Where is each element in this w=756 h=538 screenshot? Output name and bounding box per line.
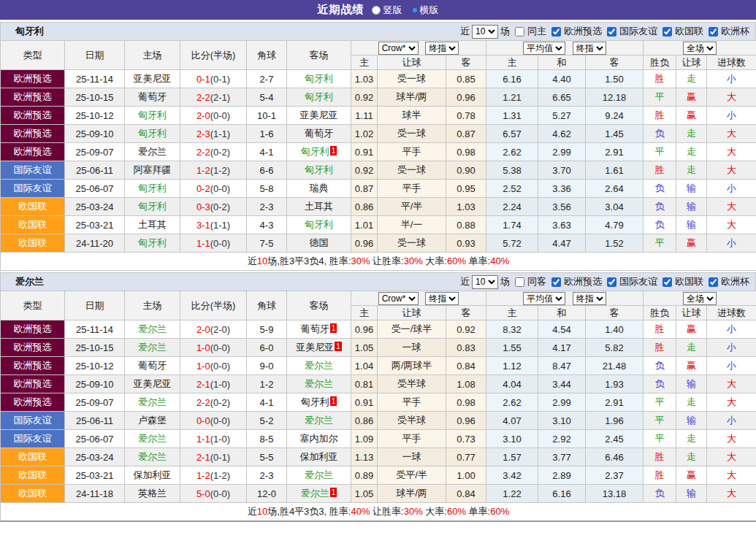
away-team-cell: 爱尔兰 [287,466,351,485]
away-team-cell: 葡萄牙1 [287,320,351,339]
result-handicap: 赢 [676,466,707,485]
away-team-cell: 亚美尼亚1 [287,339,351,357]
avg-odds-draw: 8.47 [538,357,586,375]
comp-filter-checkbox-friendly[interactable] [607,27,616,36]
handicap-odds-home: 0.92 [351,161,378,180]
full-score: 0-0 [196,415,210,426]
match-date: 25-03-24 [65,448,125,466]
result-goals: 大 [707,430,756,448]
comp-filter-checkbox-nationsleague[interactable] [663,27,672,36]
handicap-line: 受一球 [378,161,446,180]
full-score: 1-0 [196,361,210,372]
comp-filter-checkbox-friendly[interactable] [607,277,616,287]
full-score: 2-2 [196,92,210,103]
score-cell: 2-3(1-1) [180,125,247,143]
odds-time-select[interactable]: 终指 [425,292,459,305]
col-type: 类型 [1,291,65,320]
avg-odds-draw: 2.99 [538,143,586,161]
comp-filter-checkbox-eurocup[interactable] [709,27,718,36]
subcol-odds-line: 让球 [378,55,446,70]
comp-filter-checkbox-nationsleague[interactable] [663,277,672,287]
same-venue-checkbox[interactable] [515,277,524,287]
same-venue-checkbox[interactable] [515,27,524,36]
avg-time-select[interactable]: 终指 [573,42,606,55]
home-team-cell: 英格兰 [125,485,180,503]
handicap-odds-away: 0.78 [446,107,486,125]
handicap-line: 受一球 [378,70,446,88]
comp-filter-checkbox-euroqual[interactable] [551,277,561,287]
handicap-odds-away: 0.84 [446,485,486,503]
handicap-line: 平手 [378,143,446,161]
summary-part: 近 [248,255,257,266]
handicap-odds-away: 0.95 [446,180,486,198]
result-winloss: 胜 [644,70,676,88]
away-team-cell: 爱尔兰 [287,357,351,375]
avg-odds-away: 2.91 [586,393,644,412]
home-team-cell: 爱尔兰 [125,448,180,466]
avg-time-select[interactable]: 终指 [573,292,606,305]
result-winloss: 平 [644,234,676,253]
avg-odds-home: 1.22 [486,485,538,503]
handicap-odds-away: 1.08 [446,375,486,393]
home-team-cell: 匈牙利 [125,198,180,216]
avg-odds-away: 1.61 [586,161,644,180]
avg-odds-away: 3.04 [586,198,644,216]
corner-cell: 4-1 [247,143,287,161]
away-team-cell: 土耳其 [287,198,351,216]
avg-odds-home: 2.62 [486,143,538,161]
result-handicap: 输 [676,485,707,503]
result-winloss: 负 [644,180,676,198]
corner-cell: 5-4 [247,88,287,107]
scope-select[interactable]: 全场 [683,42,717,55]
result-winloss: 负 [644,485,676,503]
radio-unselected-icon[interactable] [413,8,417,12]
filter-controls: 近 10 场 同客 欧洲预选 国际友谊 欧国联 欧洲杯 [460,275,749,289]
red-card-badge: 1 [330,488,337,497]
comp-filter-checkbox-euroqual[interactable] [551,27,561,36]
team-label: 爱尔兰 [305,378,333,389]
handicap-odds-away: 1.03 [446,198,486,216]
summary-part: 30% [404,506,423,517]
result-goals: 小 [707,180,756,198]
corner-cell: 2-3 [247,198,287,216]
team-label: 爱尔兰 [305,360,333,371]
half-score: (0-0) [210,361,230,372]
team-label: 葡萄牙 [138,91,167,102]
radio-horizontal-layout[interactable]: 横版 [413,4,439,17]
recent-count-select[interactable]: 10 [472,25,498,39]
result-handicap: 赢 [676,234,707,253]
half-score: (1-1) [210,220,230,231]
corner-cell: 12-0 [247,485,287,503]
result-goals: 大 [707,143,756,161]
scope-select[interactable]: 全场 [683,292,717,305]
match-row: 国际友谊25-06-07匈牙利0-2(0-0)5-8瑞典0.87平手0.952.… [1,180,756,198]
corner-cell: 2-3 [247,466,287,485]
odds-source-select[interactable]: Crow* [378,42,419,55]
avg-odds-home: 3.42 [486,466,538,485]
avg-source-select[interactable]: 平均值 [523,42,565,55]
avg-source-select[interactable]: 平均值 [523,292,565,305]
handicap-line: 球半/两 [378,88,446,107]
odds-time-select[interactable]: 终指 [425,42,459,55]
radio-vertical-layout[interactable]: 竖版 [372,4,402,17]
team-label: 匈牙利 [138,182,167,193]
avg-odds-draw: 3.10 [538,412,586,430]
avg-odds-draw: 4.17 [538,339,586,357]
full-score: 2-1 [196,379,210,390]
avg-odds-draw: 3.77 [538,448,586,466]
odds-source-select[interactable]: Crow* [378,292,419,305]
team-label: 匈牙利 [305,91,333,102]
recent-count-select[interactable]: 10 [472,275,498,289]
match-row: 欧国联25-03-21土耳其3-1(1-1)4-3匈牙利1.01半/一0.881… [1,216,756,234]
match-type-badge: 欧洲预选 [1,320,65,339]
radio-selected-icon[interactable] [372,6,381,15]
comp-filter-checkbox-eurocup[interactable] [709,277,718,287]
col-date: 日期 [65,291,125,320]
avg-odds-away: 1.52 [586,234,644,253]
half-score: (0-0) [210,110,230,121]
result-handicap: 输 [676,180,707,198]
match-date: 25-03-24 [65,198,125,216]
comp-filter-label: 欧国联 [675,25,703,38]
half-score: (0-1) [210,74,230,85]
summary-part: 大率: [423,255,447,266]
